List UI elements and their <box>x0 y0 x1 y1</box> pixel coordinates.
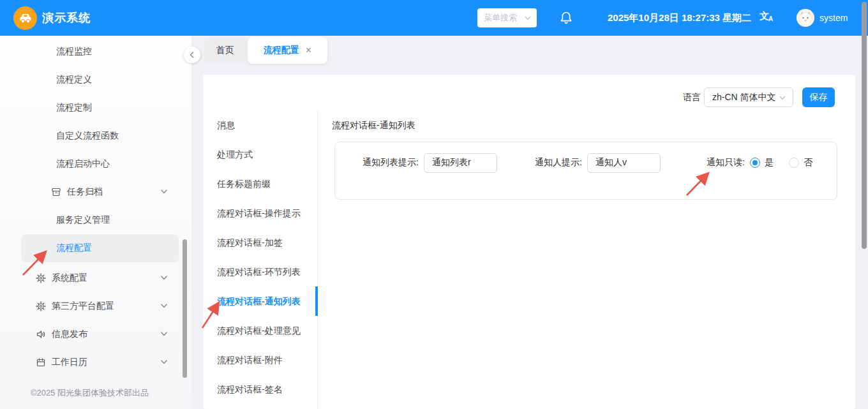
section-title: 流程对话框-通知列表 <box>332 120 415 131</box>
sidebar-scrollbar[interactable] <box>183 239 187 378</box>
config-menu-item-dialog-attachment[interactable]: 流程对话框-附件 <box>203 345 317 375</box>
config-menu-item-dialog-handling-opinion[interactable]: 流程对话框-处理意见 <box>203 316 317 345</box>
field-notify-readonly: 通知只读: 是 否 <box>707 152 812 173</box>
tab-home[interactable]: 首页 <box>204 38 246 63</box>
chevron-down-icon <box>160 274 168 281</box>
language-select-value: zh-CN 简体中文 <box>712 92 779 103</box>
sidebar-item-process-customization[interactable]: 流程定制 <box>0 94 191 122</box>
sidebar-item-process-definition[interactable]: 流程定义 <box>0 66 191 94</box>
user-menu[interactable]: system <box>797 0 848 36</box>
notify-list-panel: 通知列表提示: 通知人提示: 通知只读: 是 否 <box>334 142 837 200</box>
radio-yes-label: 是 <box>765 157 774 168</box>
sidebar-item-task-archive[interactable]: 任务归档 <box>0 178 191 206</box>
sidebar-item-system-config[interactable]: 系统配置 <box>0 264 191 292</box>
language-label: 语言 <box>683 92 701 103</box>
translate-icon[interactable]: 文A <box>760 10 776 26</box>
sidebar-item-third-party-platform-config[interactable]: 第三方平台配置 <box>0 292 191 320</box>
config-menu-item-dialog-countersign[interactable]: 流程对话框-加签 <box>203 228 317 257</box>
avatar <box>797 9 814 27</box>
tab-process-config[interactable]: 流程配置 × <box>248 37 327 64</box>
config-menu-item-dialog-operation-tips[interactable]: 流程对话框-操作提示 <box>203 198 317 228</box>
field-label: 通知人提示: <box>535 157 582 168</box>
active-indicator-bar <box>315 286 318 316</box>
app-header: 演示系统 菜单搜索 2025年10月28日 18:27:33 星期二 文A <box>0 0 868 36</box>
username-label: system <box>819 13 848 23</box>
field-label: 通知只读: <box>707 157 745 168</box>
menu-search-placeholder: 菜单搜索 <box>484 12 524 24</box>
field-notify-list-tip: 通知列表提示: <box>363 152 497 173</box>
sidebar-item-process-monitor[interactable]: 流程监控 <box>0 38 191 66</box>
app-logo <box>13 6 37 30</box>
chevron-left-icon <box>188 51 196 59</box>
chevron-down-icon <box>160 188 168 195</box>
radio-no-label: 否 <box>804 157 812 168</box>
gear-icon <box>36 301 46 311</box>
sidebar-collapse-button[interactable] <box>184 47 200 63</box>
page-scrollbar[interactable] <box>862 2 867 249</box>
calendar-icon <box>36 357 46 368</box>
language-select[interactable]: zh-CN 简体中文 <box>704 87 793 107</box>
radio-yes[interactable] <box>750 158 760 168</box>
config-menu-item-dialog-signature[interactable]: 流程对话框-签名 <box>203 375 317 404</box>
save-button[interactable]: 保存 <box>802 87 835 107</box>
sidebar-item-service-definition-mgmt[interactable]: 服务定义管理 <box>0 206 191 234</box>
chevron-down-icon <box>160 302 168 309</box>
config-menu-item-dialog-notify-list[interactable]: 流程对话框-通知列表 <box>203 286 317 316</box>
tab-close-icon[interactable]: × <box>306 45 311 56</box>
radio-no[interactable] <box>789 158 799 168</box>
config-menu-item-task-title-prefix[interactable]: 任务标题前缀 <box>203 169 317 198</box>
field-label: 通知列表提示: <box>363 157 419 168</box>
gear-icon <box>36 273 46 283</box>
main-content-card: 语言 zh-CN 简体中文 保存 消息 处理方式 任务标题前缀 流程对话框-操作… <box>203 75 855 409</box>
sidebar-item-info-publish[interactable]: 信息发布 <box>0 320 191 348</box>
config-menu-item-message[interactable]: 消息 <box>203 110 317 140</box>
notification-bell-icon[interactable] <box>559 11 573 25</box>
copyright-footer: ©2025 阳光集团体验技术部出品 <box>31 387 149 399</box>
chevron-down-icon <box>160 358 168 366</box>
car-icon <box>18 11 33 26</box>
sidebar: 流程监控 流程定义 流程定制 自定义流程函数 流程启动中心 任务归档 服务定义管… <box>0 36 191 409</box>
chevron-down-icon <box>524 14 532 22</box>
sidebar-item-process-config[interactable]: 流程配置 <box>21 234 179 262</box>
datetime-display: 2025年10月28日 18:27:33 星期二 <box>608 0 751 36</box>
archive-icon <box>51 187 61 197</box>
notify-list-tip-input[interactable] <box>424 153 497 173</box>
config-menu-item-dialog-step-list[interactable]: 流程对话框-环节列表 <box>203 257 317 286</box>
speaker-icon <box>36 329 46 339</box>
chevron-down-icon <box>779 94 786 101</box>
sidebar-item-custom-process-functions[interactable]: 自定义流程函数 <box>0 122 191 150</box>
chevron-down-icon <box>160 330 168 338</box>
config-menu-item-handling-method[interactable]: 处理方式 <box>203 140 317 169</box>
sidebar-item-process-start-center[interactable]: 流程启动中心 <box>0 150 191 178</box>
app-title: 演示系统 <box>42 0 91 36</box>
field-notifier-tip: 通知人提示: <box>535 152 661 173</box>
menu-search-select[interactable]: 菜单搜索 <box>477 8 537 27</box>
notifier-tip-input[interactable] <box>587 153 661 173</box>
config-section-menu: 消息 处理方式 任务标题前缀 流程对话框-操作提示 流程对话框-加签 流程对话框… <box>203 110 318 409</box>
sidebar-item-work-calendar[interactable]: 工作日历 <box>0 348 191 376</box>
